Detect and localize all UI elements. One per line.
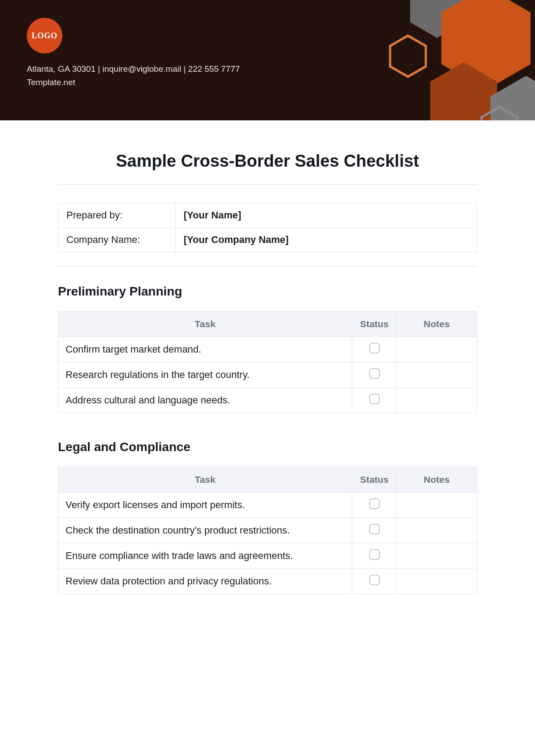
info-table: Prepared by: [Your Name] Company Name: [… (58, 203, 477, 252)
notes-cell[interactable] (397, 518, 477, 543)
document-header: LOGO Atlanta, GA 30301 | inquire@viglobe… (0, 0, 535, 120)
task-text: Ensure compliance with trade laws and ag… (58, 543, 352, 569)
status-checkbox[interactable] (369, 394, 380, 404)
notes-cell[interactable] (397, 493, 477, 518)
table-row: Confirm target market demand. (58, 337, 477, 362)
table-row: Check the destination country's product … (58, 518, 477, 543)
page-title: Sample Cross-Border Sales Checklist (58, 152, 477, 171)
status-checkbox[interactable] (369, 524, 380, 534)
status-checkbox[interactable] (369, 368, 380, 379)
prepared-by-label: Prepared by: (58, 203, 176, 228)
decorative-hexagons (250, 0, 535, 120)
status-checkbox[interactable] (369, 343, 380, 353)
col-notes: Notes (397, 312, 477, 337)
status-checkbox[interactable] (369, 498, 380, 509)
status-checkbox[interactable] (369, 549, 380, 560)
task-text: Check the destination country's product … (58, 518, 352, 543)
col-status: Status (352, 467, 397, 493)
table-row: Company Name: [Your Company Name] (58, 228, 477, 252)
notes-cell[interactable] (397, 388, 477, 413)
col-task: Task (58, 312, 352, 337)
table-row: Ensure compliance with trade laws and ag… (58, 543, 477, 569)
notes-cell[interactable] (397, 543, 477, 569)
notes-cell[interactable] (397, 362, 477, 388)
divider (58, 266, 477, 267)
svg-marker-2 (390, 36, 426, 77)
notes-cell[interactable] (397, 337, 477, 362)
logo-text: LOGO (32, 31, 58, 41)
task-text: Verify export licenses and import permit… (58, 493, 352, 518)
table-row: Verify export licenses and import permit… (58, 493, 477, 518)
task-text: Address cultural and language needs. (58, 388, 352, 413)
col-status: Status (352, 312, 397, 337)
notes-cell[interactable] (397, 569, 477, 594)
task-table-legal: Task Status Notes Verify export licenses… (58, 467, 477, 594)
section-heading: Legal and Compliance (58, 440, 477, 454)
task-text: Confirm target market demand. (58, 337, 352, 362)
status-checkbox[interactable] (369, 575, 380, 585)
document-body: Sample Cross-Border Sales Checklist Prep… (0, 120, 535, 621)
company-name-value[interactable]: [Your Company Name] (175, 228, 477, 252)
task-text: Review data protection and privacy regul… (58, 569, 352, 594)
table-row: Review data protection and privacy regul… (58, 569, 477, 594)
logo: LOGO (27, 18, 62, 53)
task-text: Research regulations in the target count… (58, 362, 352, 388)
company-name-label: Company Name: (58, 228, 176, 252)
table-row: Research regulations in the target count… (58, 362, 477, 388)
col-task: Task (58, 467, 352, 493)
table-row: Prepared by: [Your Name] (58, 203, 477, 228)
prepared-by-value[interactable]: [Your Name] (175, 203, 477, 228)
col-notes: Notes (397, 467, 477, 493)
task-table-preliminary: Task Status Notes Confirm target market … (58, 311, 477, 413)
divider (58, 184, 477, 185)
section-heading: Preliminary Planning (58, 284, 477, 299)
table-row: Address cultural and language needs. (58, 388, 477, 413)
